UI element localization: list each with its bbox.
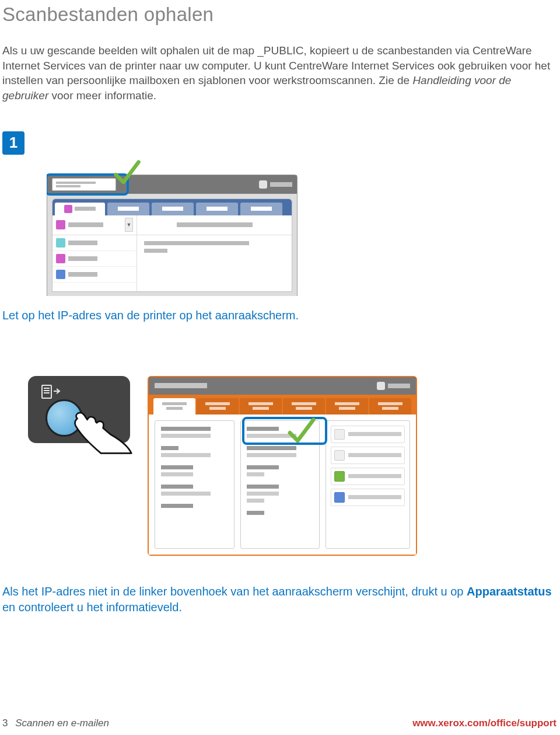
list-icon bbox=[334, 429, 345, 440]
touchscreen-illustration-1: ▼ bbox=[47, 157, 298, 296]
tab-bar bbox=[149, 395, 416, 414]
hand-pointing-icon bbox=[69, 403, 133, 455]
option-row bbox=[331, 489, 405, 506]
intro-text-2: voor meer informatie. bbox=[48, 89, 156, 102]
user-indicator bbox=[259, 180, 292, 189]
option-row bbox=[331, 447, 405, 464]
user-icon bbox=[259, 180, 267, 189]
user-indicator bbox=[377, 382, 410, 390]
chevron-down-icon: ▼ bbox=[125, 218, 133, 232]
step-2-caption: Als het IP-adres niet in de linker boven… bbox=[0, 572, 560, 615]
checkmark-icon bbox=[111, 157, 142, 189]
user-label bbox=[388, 384, 410, 388]
document-status-icon bbox=[41, 383, 62, 400]
tab bbox=[196, 203, 238, 215]
touchscreen-topbar bbox=[149, 377, 416, 395]
step-2-illustration-row bbox=[28, 376, 560, 556]
info-panel-right bbox=[326, 420, 410, 549]
image-icon bbox=[334, 492, 345, 503]
caption-2-bold: Apparaatstatus bbox=[467, 585, 552, 598]
dropdown-selector: ▼ bbox=[52, 215, 137, 235]
tab bbox=[240, 398, 282, 414]
tab bbox=[152, 203, 194, 215]
svg-rect-0 bbox=[42, 385, 51, 398]
caption-2-post: en controleert u het informatieveld. bbox=[2, 601, 182, 614]
caption-2-pre: Als het IP-adres niet in de linker boven… bbox=[2, 585, 467, 598]
tab bbox=[369, 398, 411, 414]
tab bbox=[240, 203, 282, 215]
user-label bbox=[270, 182, 292, 187]
user-icon bbox=[377, 382, 385, 390]
tab bbox=[326, 398, 368, 414]
tab-bar bbox=[52, 199, 292, 215]
footer-doc-title: Scannen en e-mailen bbox=[15, 717, 109, 729]
tab bbox=[283, 398, 325, 414]
option-row bbox=[331, 426, 405, 443]
download-icon bbox=[334, 471, 345, 482]
tab-active bbox=[153, 398, 195, 414]
info-icon bbox=[334, 450, 345, 461]
intro-paragraph: Als u uw gescande beelden wilt ophalen u… bbox=[0, 26, 560, 103]
tab bbox=[107, 203, 149, 215]
page-title: Scanbestanden ophalen bbox=[0, 0, 560, 26]
option-row bbox=[331, 468, 405, 485]
touchscreen-illustration-2 bbox=[148, 376, 417, 556]
content-area bbox=[137, 235, 292, 292]
sidebar-list bbox=[52, 235, 137, 292]
tab bbox=[197, 398, 239, 414]
page-number: 3 bbox=[2, 717, 8, 729]
hardware-button-illustration bbox=[28, 376, 130, 443]
step-1-badge: 1 bbox=[2, 131, 24, 155]
step-1-caption: Let op het IP-adres van de printer op he… bbox=[0, 296, 560, 323]
page-footer: 3 Scannen en e-mailen www.xerox.com/offi… bbox=[0, 717, 560, 729]
tab-active bbox=[55, 203, 105, 215]
footer-url: www.xerox.com/office/support bbox=[412, 717, 556, 729]
info-panel-left bbox=[155, 420, 235, 549]
checkmark-icon bbox=[285, 414, 317, 447]
